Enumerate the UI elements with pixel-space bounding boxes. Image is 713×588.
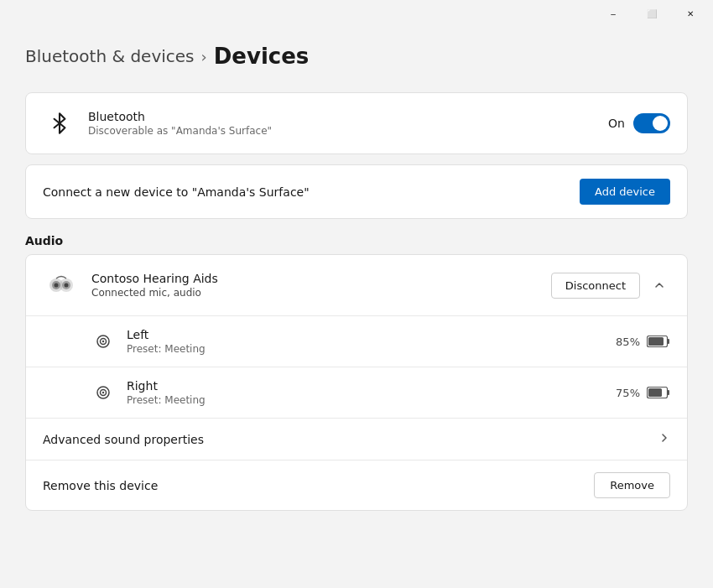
toggle-thumb: [653, 116, 668, 131]
svg-point-14: [102, 392, 104, 393]
sub-device-right: Right Preset: Meeting 75%: [26, 367, 687, 418]
device-image: [43, 267, 80, 304]
minimize-button[interactable]: –: [594, 0, 632, 27]
breadcrumb-parent[interactable]: Bluetooth & devices: [25, 46, 195, 66]
add-device-text: Connect a new device to "Amanda's Surfac…: [43, 185, 580, 199]
bluetooth-toggle[interactable]: [633, 113, 670, 133]
close-button[interactable]: ✕: [671, 0, 710, 27]
svg-rect-10: [668, 339, 670, 344]
right-battery-icon: [647, 387, 670, 398]
sub-device-left: Left Preset: Meeting 85%: [26, 315, 687, 367]
audio-section-heading: Audio: [25, 234, 688, 247]
titlebar: – ⬜ ✕: [0, 0, 713, 27]
advanced-sound-row[interactable]: Advanced sound properties: [26, 418, 687, 460]
device-status: Connected mic, audio: [91, 287, 551, 299]
svg-point-5: [65, 284, 69, 288]
right-battery-label: 75%: [616, 387, 640, 399]
bluetooth-title: Bluetooth: [88, 110, 608, 123]
collapse-button[interactable]: [648, 276, 670, 294]
device-name: Contoso Hearing Aids: [91, 272, 551, 285]
right-device-info: Right Preset: Meeting: [127, 379, 616, 406]
bluetooth-card: Bluetooth Discoverable as "Amanda's Surf…: [25, 92, 688, 154]
advanced-sound-label: Advanced sound properties: [43, 433, 658, 446]
left-device-name: Left: [127, 328, 616, 341]
breadcrumb-current: Devices: [214, 44, 310, 69]
svg-rect-17: [648, 388, 662, 397]
device-info: Contoso Hearing Aids Connected mic, audi…: [91, 272, 551, 299]
device-right: Disconnect: [551, 273, 670, 299]
device-card: Contoso Hearing Aids Connected mic, audi…: [25, 254, 688, 511]
right-device-preset: Preset: Meeting: [127, 394, 616, 406]
main-content: Bluetooth & devices › Devices Bluetooth …: [0, 27, 713, 588]
svg-point-8: [102, 341, 104, 342]
bluetooth-icon: [43, 107, 76, 140]
left-earpiece-icon: [91, 330, 115, 353]
right-device-name: Right: [127, 379, 616, 393]
left-battery-icon: [647, 336, 670, 347]
left-device-preset: Preset: Meeting: [127, 343, 616, 355]
bluetooth-info: Bluetooth Discoverable as "Amanda's Surf…: [88, 110, 608, 137]
right-battery-info: 75%: [616, 387, 670, 399]
device-main-row: Contoso Hearing Aids Connected mic, audi…: [26, 255, 687, 315]
remove-button[interactable]: Remove: [594, 472, 670, 498]
right-earpiece-icon: [91, 381, 115, 404]
add-device-card: Connect a new device to "Amanda's Surfac…: [25, 164, 688, 219]
remove-label: Remove this device: [43, 479, 594, 492]
svg-point-4: [55, 284, 59, 288]
remove-row: Remove this device Remove: [26, 460, 687, 510]
breadcrumb-separator: ›: [201, 48, 207, 65]
breadcrumb: Bluetooth & devices › Devices: [25, 44, 688, 69]
left-battery-info: 85%: [616, 336, 670, 348]
left-device-info: Left Preset: Meeting: [127, 328, 616, 355]
left-battery-label: 85%: [616, 336, 640, 348]
bluetooth-subtitle: Discoverable as "Amanda's Surface": [88, 125, 608, 137]
svg-rect-16: [668, 390, 670, 395]
disconnect-button[interactable]: Disconnect: [551, 273, 640, 299]
svg-rect-11: [648, 337, 664, 346]
add-device-button[interactable]: Add device: [580, 179, 670, 205]
bluetooth-status-label: On: [608, 117, 625, 130]
advanced-sound-chevron-icon: [658, 432, 670, 446]
bluetooth-right: On: [608, 113, 670, 133]
maximize-button[interactable]: ⬜: [632, 0, 671, 27]
